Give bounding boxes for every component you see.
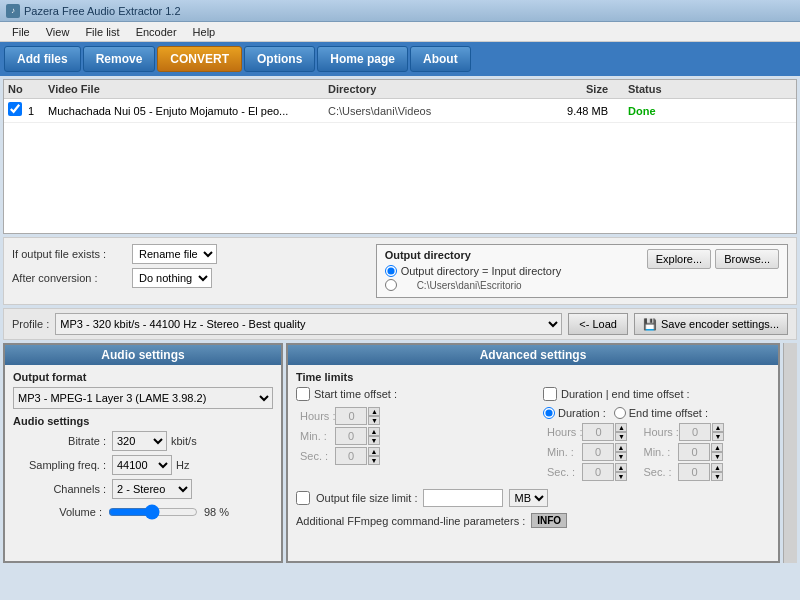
bitrate-select[interactable]: 320 256 192 (112, 431, 167, 451)
info-button[interactable]: INFO (531, 513, 567, 528)
end-min-up[interactable]: ▲ (711, 443, 723, 452)
advanced-panel-content: Time limits Start time offset : Hours : (288, 365, 778, 534)
end-inputs: Hours : ▲ ▼ Min. : (643, 423, 723, 483)
about-button[interactable]: About (410, 46, 471, 72)
scrollbar[interactable] (783, 343, 797, 563)
start-hours-input[interactable] (335, 407, 367, 425)
end-sec-input[interactable] (678, 463, 710, 481)
volume-row: Volume : 98 % (13, 505, 273, 519)
audio-settings-inner: Bitrate : 320 256 192 kbit/s Sampling fr… (13, 431, 273, 519)
dur-sec-down[interactable]: ▼ (615, 472, 627, 481)
profile-select[interactable]: MP3 - 320 kbit/s - 44100 Hz - Stereo - B… (55, 313, 562, 335)
row-checkbox[interactable] (8, 102, 28, 119)
browse-button[interactable]: Browse... (715, 249, 779, 269)
radio-custom-dir[interactable] (385, 279, 397, 291)
duration-radio[interactable] (543, 407, 555, 419)
start-hours-down[interactable]: ▼ (368, 416, 380, 425)
dur-min-input[interactable] (582, 443, 614, 461)
end-time-radio[interactable] (614, 407, 626, 419)
start-sec-down[interactable]: ▼ (368, 456, 380, 465)
profile-row: Profile : MP3 - 320 kbit/s - 44100 Hz - … (3, 308, 797, 340)
channels-select[interactable]: 2 - Stereo 1 - Mono (112, 479, 192, 499)
start-sec-row: Sec. : ▲ ▼ (300, 447, 523, 465)
start-sec-up[interactable]: ▲ (368, 447, 380, 456)
start-sec-label: Sec. : (300, 450, 335, 462)
dur-sec-input[interactable] (582, 463, 614, 481)
save-encoder-button[interactable]: 💾 Save encoder settings... (634, 313, 788, 335)
dur-min-up[interactable]: ▲ (615, 443, 627, 452)
dur-min-down[interactable]: ▼ (615, 452, 627, 461)
col-header-file: Video File (48, 83, 328, 95)
duration-checkbox[interactable] (543, 387, 557, 401)
custom-dir-path: C:\Users\dani\Escritorio (417, 280, 522, 291)
end-sec-label: Sec. : (643, 466, 678, 478)
dur-hours-down[interactable]: ▼ (615, 432, 627, 441)
start-min-input[interactable] (335, 427, 367, 445)
output-size-input[interactable] (423, 489, 503, 507)
audio-panel-content: Output format MP3 - MPEG-1 Layer 3 (LAME… (5, 365, 281, 525)
mb-select[interactable]: MB KB (509, 489, 548, 507)
end-sec-spinner: ▲ ▼ (711, 463, 723, 481)
end-min-input[interactable] (678, 443, 710, 461)
format-select[interactable]: MP3 - MPEG-1 Layer 3 (LAME 3.98.2) (13, 387, 273, 409)
dur-sec-label: Sec. : (547, 466, 582, 478)
menu-view[interactable]: View (38, 24, 78, 40)
menu-help[interactable]: Help (185, 24, 224, 40)
dur-hours-up[interactable]: ▲ (615, 423, 627, 432)
title-bar-text: Pazera Free Audio Extractor 1.2 (24, 5, 181, 17)
time-limits-section: Time limits Start time offset : Hours : (296, 371, 770, 483)
start-time-label: Start time offset : (314, 388, 397, 400)
output-exists-row: If output file exists : Rename file Over… (12, 244, 356, 264)
save-encoder-label: Save encoder settings... (661, 318, 779, 330)
end-hours-input[interactable] (679, 423, 711, 441)
end-hours-up[interactable]: ▲ (712, 423, 724, 432)
sampling-freq-label: Sampling freq. : (17, 459, 112, 471)
start-hours-up[interactable]: ▲ (368, 407, 380, 416)
explore-browse-btns: Explore... Browse... (647, 249, 779, 269)
end-hours-down[interactable]: ▼ (712, 432, 724, 441)
home-page-button[interactable]: Home page (317, 46, 408, 72)
row-check-input[interactable] (8, 102, 22, 116)
advanced-panel-title: Advanced settings (288, 345, 778, 365)
audio-panel-title: Audio settings (5, 345, 281, 365)
end-sec-down[interactable]: ▼ (711, 472, 723, 481)
dur-sec-up[interactable]: ▲ (615, 463, 627, 472)
volume-slider[interactable] (108, 505, 198, 519)
output-exists-select[interactable]: Rename file Overwrite Skip (132, 244, 217, 264)
load-button[interactable]: <- Load (568, 313, 628, 335)
end-sec-up[interactable]: ▲ (711, 463, 723, 472)
radio-input-dir[interactable] (385, 265, 397, 277)
audio-settings-panel: Audio settings Output format MP3 - MPEG-… (3, 343, 283, 563)
output-exists-label: If output file exists : (12, 248, 132, 260)
after-conversion-row: After conversion : Do nothing Shutdown H… (12, 268, 356, 288)
output-size-checkbox[interactable] (296, 491, 310, 505)
convert-button[interactable]: CONVERT (157, 46, 242, 72)
start-time-checkbox[interactable] (296, 387, 310, 401)
explore-button[interactable]: Explore... (647, 249, 711, 269)
duration-radio-row: Duration : End time offset : (543, 407, 770, 419)
radio-input-dir-row: Output directory = Input directory (385, 265, 562, 277)
menu-encoder[interactable]: Encoder (128, 24, 185, 40)
dur-inputs: Hours : ▲ ▼ Min. : (547, 423, 627, 483)
channels-row: Channels : 2 - Stereo 1 - Mono (13, 479, 273, 499)
menu-file-list[interactable]: File list (77, 24, 127, 40)
dur-hours-input[interactable] (582, 423, 614, 441)
options-button[interactable]: Options (244, 46, 315, 72)
start-time-check-row: Start time offset : (296, 387, 523, 401)
output-size-label: Output file size limit : (316, 492, 417, 504)
add-files-button[interactable]: Add files (4, 46, 81, 72)
output-dir-title: Output directory (385, 249, 562, 261)
remove-button[interactable]: Remove (83, 46, 156, 72)
volume-label: Volume : (13, 506, 108, 518)
start-hours-row: Hours : ▲ ▼ (300, 407, 523, 425)
end-min-down[interactable]: ▼ (711, 452, 723, 461)
start-sec-input[interactable] (335, 447, 367, 465)
sampling-select[interactable]: 44100 48000 22050 (112, 455, 172, 475)
start-min-up[interactable]: ▲ (368, 427, 380, 436)
after-conversion-select[interactable]: Do nothing Shutdown Hibernate (132, 268, 212, 288)
end-time-radio-label: End time offset : (629, 407, 708, 419)
col-header-size: Size (548, 83, 628, 95)
menu-file[interactable]: File (4, 24, 38, 40)
table-row[interactable]: 1 Muchachada Nui 05 - Enjuto Mojamuto - … (4, 99, 796, 123)
start-min-down[interactable]: ▼ (368, 436, 380, 445)
